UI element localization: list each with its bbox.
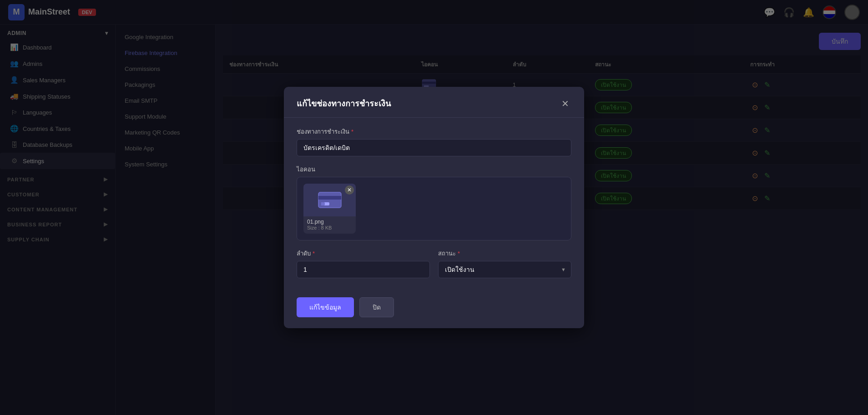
status-required-star: * xyxy=(458,250,460,257)
uploaded-file-card: ✕ 01.png Size : 8 KB xyxy=(303,184,356,234)
order-required-star: * xyxy=(313,250,315,257)
form-group-icon: ไอคอน ✕ xyxy=(297,165,571,240)
file-remove-button[interactable]: ✕ xyxy=(345,185,354,195)
modal-header: แก้ไขช่องทางการชำระเงิน ✕ xyxy=(284,87,584,118)
modal-overlay[interactable]: แก้ไขช่องทางการชำระเงิน ✕ ช่องทางการชำระ… xyxy=(0,0,868,415)
form-group-payment: ช่องทางการชำระเงิน * xyxy=(297,127,571,156)
modal-body: ช่องทางการชำระเงิน * ไอคอน ✕ xyxy=(284,118,584,297)
payment-label: ช่องทางการชำระเงิน * xyxy=(297,127,571,136)
svg-rect-19 xyxy=(318,196,341,200)
modal-cancel-button[interactable]: ปิด xyxy=(359,297,394,317)
modal-title: แก้ไขช่องทางการชำระเงิน xyxy=(297,97,391,110)
icon-upload-area[interactable]: ✕ 01.png Size : 8 KB xyxy=(297,177,571,240)
modal-footer: แก้ไขข้อมูล ปิด xyxy=(284,297,584,328)
file-size: Size : 8 KB xyxy=(307,225,352,230)
status-select-wrapper: เปิดใช้งาน ปิดใช้งาน xyxy=(438,261,571,278)
modal: แก้ไขช่องทางการชำระเงิน ✕ ช่องทางการชำระ… xyxy=(284,87,584,328)
order-input[interactable] xyxy=(297,261,430,278)
form-group-order: ลำดับ * xyxy=(297,249,430,278)
status-select[interactable]: เปิดใช้งาน ปิดใช้งาน xyxy=(438,261,571,278)
order-label: ลำดับ * xyxy=(297,249,430,258)
modal-save-button[interactable]: แก้ไขข้อมูล xyxy=(297,297,354,317)
payment-required-star: * xyxy=(351,128,353,135)
modal-close-button[interactable]: ✕ xyxy=(559,97,571,110)
svg-rect-21 xyxy=(321,202,325,205)
form-group-status: สถานะ * เปิดใช้งาน ปิดใช้งาน xyxy=(438,249,571,278)
status-label: สถานะ * xyxy=(438,249,571,258)
icon-label: ไอคอน xyxy=(297,165,571,174)
file-info: 01.png Size : 8 KB xyxy=(303,216,356,234)
form-row-order-status: ลำดับ * สถานะ * เปิดใช้งาน ปิดใช้งาน xyxy=(297,249,571,278)
payment-channel-input[interactable] xyxy=(297,139,571,156)
file-name: 01.png xyxy=(307,219,352,225)
